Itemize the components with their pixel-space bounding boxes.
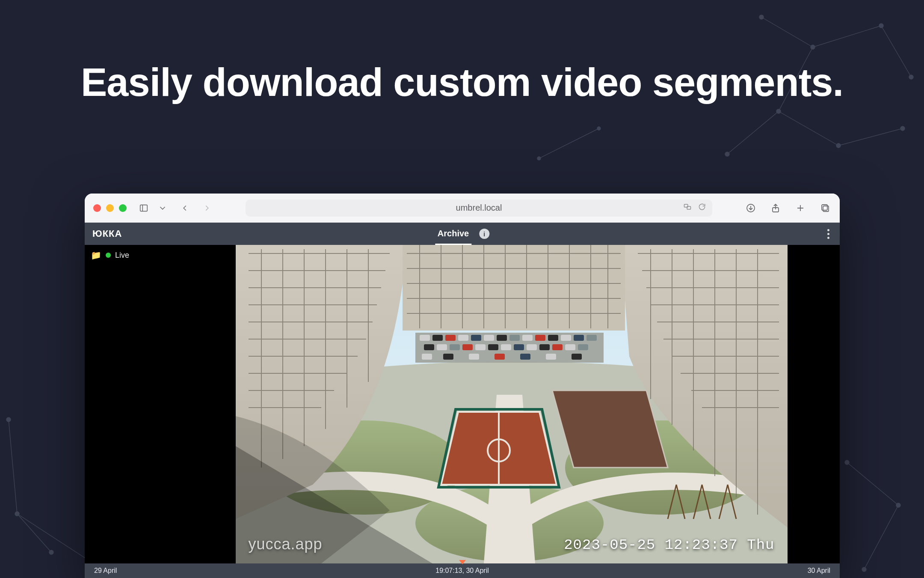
nav-back-button[interactable] [179, 202, 191, 214]
svg-rect-72 [462, 344, 473, 350]
app-logo: ЮККА [92, 228, 122, 239]
timeline-bar[interactable]: 29 April 19:07:13, 30 April 30 April [85, 563, 840, 578]
sidebar-item-live[interactable]: 📁 Live [91, 250, 177, 260]
svg-point-13 [776, 109, 781, 113]
downloads-icon[interactable] [745, 202, 757, 214]
page-headline: Easily download custom video segments. [0, 60, 924, 105]
svg-point-23 [862, 567, 866, 572]
svg-line-7 [813, 26, 881, 47]
svg-point-9 [811, 45, 815, 49]
sidebar-item-label: Live [115, 251, 129, 260]
svg-rect-67 [574, 335, 584, 341]
camera-sidebar: 📁 Live [85, 245, 183, 563]
svg-rect-87 [546, 354, 556, 360]
sidebar-toggle-icon[interactable] [138, 202, 150, 214]
svg-point-17 [725, 152, 729, 156]
svg-line-25 [847, 462, 898, 505]
video-frame: yucca.app 2023-05-25 12:23:37 Thu [236, 245, 788, 563]
video-viewer[interactable]: yucca.app 2023-05-25 12:23:37 Thu [183, 245, 840, 563]
app-topbar: ЮККА Archive i [85, 223, 840, 245]
window-zoom-button[interactable] [119, 204, 127, 212]
svg-rect-56 [432, 335, 443, 341]
svg-line-20 [838, 128, 903, 146]
svg-rect-79 [552, 344, 563, 350]
reload-icon[interactable] [698, 203, 706, 213]
svg-rect-57 [445, 335, 456, 341]
svg-rect-74 [488, 344, 498, 350]
tab-group-chevron-icon[interactable] [157, 202, 169, 214]
address-bar[interactable]: umbrel.local [246, 200, 712, 217]
svg-point-4 [6, 417, 11, 422]
more-menu-icon[interactable] [825, 226, 832, 241]
info-icon[interactable]: i [479, 229, 489, 239]
app-root: ЮККА Archive i 📁 Live [85, 223, 840, 578]
svg-rect-52 [403, 245, 625, 331]
svg-rect-62 [509, 335, 520, 341]
svg-rect-65 [548, 335, 558, 341]
svg-rect-69 [424, 344, 434, 350]
svg-point-26 [845, 460, 849, 465]
svg-rect-68 [586, 335, 597, 341]
svg-line-16 [727, 111, 779, 154]
svg-point-24 [896, 503, 900, 507]
svg-rect-60 [484, 335, 494, 341]
svg-rect-84 [469, 354, 479, 360]
svg-rect-63 [522, 335, 533, 341]
svg-line-5 [17, 514, 51, 552]
svg-rect-81 [578, 344, 588, 350]
svg-line-22 [864, 505, 898, 569]
tab-archive[interactable]: Archive [435, 223, 471, 245]
svg-line-10 [761, 17, 813, 47]
svg-rect-70 [437, 344, 447, 350]
svg-rect-86 [520, 354, 530, 360]
svg-rect-64 [535, 335, 545, 341]
translate-icon[interactable] [683, 203, 692, 213]
svg-rect-59 [471, 335, 481, 341]
svg-point-11 [759, 15, 764, 19]
svg-rect-85 [495, 354, 505, 360]
svg-rect-80 [565, 344, 575, 350]
svg-point-28 [537, 157, 541, 160]
svg-point-1 [15, 512, 19, 516]
timeline-right-label: 30 April [808, 567, 830, 575]
svg-rect-75 [501, 344, 511, 350]
tab-overview-icon[interactable] [819, 202, 831, 214]
svg-line-3 [9, 420, 17, 514]
svg-point-6 [49, 550, 53, 554]
svg-point-29 [597, 127, 601, 130]
svg-rect-58 [458, 335, 468, 341]
svg-rect-83 [443, 354, 453, 360]
tab-area: Archive i [435, 223, 489, 245]
timeline-center-label: 19:07:13, 30 April [435, 567, 489, 575]
svg-point-19 [836, 143, 841, 148]
video-watermark: yucca.app [249, 535, 323, 553]
svg-rect-71 [450, 344, 460, 350]
app-body: 📁 Live [85, 245, 840, 563]
browser-titlebar: umbrel.local [85, 194, 840, 223]
address-bar-actions [683, 203, 706, 213]
svg-rect-55 [420, 335, 430, 341]
svg-rect-30 [140, 205, 148, 211]
video-still [236, 245, 788, 563]
window-close-button[interactable] [93, 204, 101, 212]
window-minimize-button[interactable] [106, 204, 114, 212]
svg-line-18 [779, 111, 838, 146]
svg-rect-77 [527, 344, 537, 350]
share-icon[interactable] [770, 202, 782, 214]
svg-rect-76 [514, 344, 524, 350]
svg-rect-61 [497, 335, 507, 341]
svg-rect-82 [422, 354, 432, 360]
browser-window: umbrel.local [85, 194, 840, 578]
svg-line-27 [539, 128, 599, 158]
new-tab-icon[interactable] [794, 202, 806, 214]
status-dot-online [106, 253, 111, 258]
video-osd-timestamp: 2023-05-25 12:23:37 Thu [564, 537, 774, 553]
svg-rect-39 [823, 206, 829, 212]
svg-point-8 [879, 24, 883, 28]
nav-forward-button[interactable] [201, 202, 213, 214]
timeline-left-label: 29 April [94, 567, 117, 575]
svg-rect-73 [475, 344, 486, 350]
svg-rect-88 [572, 354, 582, 360]
traffic-lights [93, 204, 127, 212]
address-bar-url: umbrel.local [456, 203, 502, 213]
